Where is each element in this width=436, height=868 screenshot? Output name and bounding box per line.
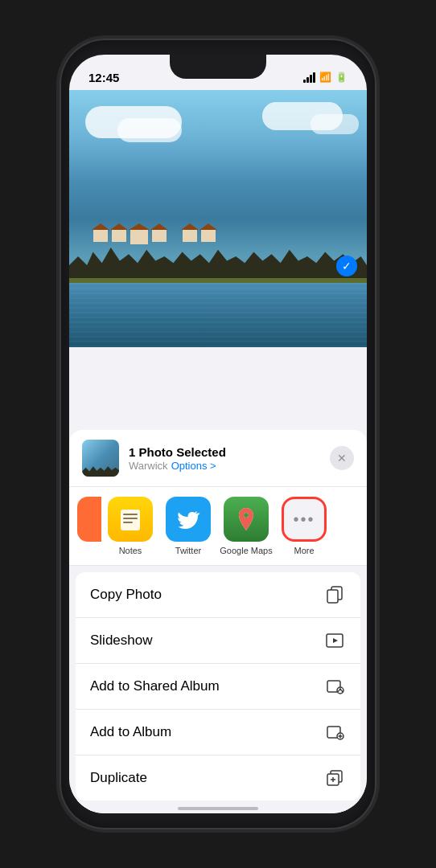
landscape-photo: ✓ bbox=[69, 90, 367, 347]
home-indicator bbox=[69, 800, 367, 813]
water-reflection bbox=[69, 283, 367, 347]
duplicate-label: Duplicate bbox=[90, 770, 147, 786]
twitter-bird-icon bbox=[175, 506, 201, 532]
phone-screen: 12:45 📶 🔋 bbox=[69, 55, 367, 813]
action-list: Copy Photo Slideshow bbox=[76, 572, 360, 800]
notes-app-label: Notes bbox=[119, 546, 142, 555]
copy-photo-action[interactable]: Copy Photo bbox=[76, 572, 360, 618]
share-options-link[interactable]: Options > bbox=[171, 460, 216, 472]
svg-rect-1 bbox=[123, 514, 138, 515]
status-icons: 📶 🔋 bbox=[303, 72, 348, 83]
cloud-2 bbox=[117, 118, 182, 142]
app-icon-item-more[interactable]: ••• More bbox=[275, 497, 333, 555]
shared-album-icon bbox=[323, 675, 346, 698]
cloud-4 bbox=[311, 114, 359, 134]
share-location: Warwick bbox=[129, 460, 168, 472]
signal-bar-2 bbox=[306, 77, 309, 83]
maps-app-icon bbox=[224, 497, 269, 542]
app-icon-item-maps[interactable]: Google Maps bbox=[217, 497, 275, 555]
app-icons-row: Notes Twitter bbox=[69, 487, 367, 566]
share-title: 1 Photo Selected bbox=[129, 445, 320, 459]
slideshow-icon bbox=[323, 629, 346, 652]
signal-bar-4 bbox=[313, 72, 315, 83]
trees-silhouette bbox=[69, 239, 367, 283]
battery-icon: 🔋 bbox=[335, 72, 348, 83]
photo-selected-check: ✓ bbox=[336, 256, 357, 276]
slideshow-label: Slideshow bbox=[90, 633, 153, 649]
home-indicator-bar bbox=[178, 807, 258, 810]
slideshow-action[interactable]: Slideshow bbox=[76, 618, 360, 664]
svg-rect-5 bbox=[327, 590, 338, 603]
house-2 bbox=[112, 230, 126, 242]
twitter-app-icon bbox=[166, 497, 211, 542]
add-to-album-label: Add to Album bbox=[90, 724, 171, 740]
more-app-icon: ••• bbox=[282, 497, 327, 542]
close-icon: ✕ bbox=[337, 452, 347, 465]
share-close-button[interactable]: ✕ bbox=[330, 446, 354, 470]
maps-app-label: Google Maps bbox=[220, 546, 272, 555]
add-to-shared-album-label: Add to Shared Album bbox=[90, 678, 220, 694]
more-dots-icon: ••• bbox=[293, 510, 315, 529]
share-panel: 1 Photo Selected Warwick Options > ✕ bbox=[69, 430, 367, 813]
status-time: 12:45 bbox=[88, 71, 119, 84]
signal-bars-icon bbox=[303, 72, 315, 83]
wifi-icon: 📶 bbox=[319, 72, 331, 83]
svg-marker-7 bbox=[333, 638, 338, 643]
house-4 bbox=[152, 230, 167, 242]
share-header: 1 Photo Selected Warwick Options > ✕ bbox=[69, 430, 367, 487]
phone-frame: 12:45 📶 🔋 bbox=[61, 40, 375, 828]
notes-app-icon bbox=[108, 497, 153, 542]
photo-area: ✓ bbox=[69, 90, 367, 347]
share-header-info: 1 Photo Selected Warwick Options > bbox=[129, 445, 320, 472]
house-5 bbox=[183, 230, 197, 242]
twitter-app-label: Twitter bbox=[175, 546, 201, 555]
add-to-shared-album-action[interactable]: Add to Shared Album bbox=[76, 664, 360, 710]
svg-rect-2 bbox=[123, 518, 138, 519]
add-album-icon bbox=[323, 721, 346, 743]
houses bbox=[93, 230, 216, 244]
share-subtitle: Warwick Options > bbox=[129, 460, 320, 472]
more-app-label: More bbox=[294, 546, 314, 555]
notes-lines-icon bbox=[117, 506, 143, 532]
status-bar: 12:45 📶 🔋 bbox=[69, 55, 367, 90]
signal-bar-1 bbox=[303, 80, 306, 83]
signal-bar-3 bbox=[310, 75, 312, 83]
house-3 bbox=[130, 230, 148, 244]
svg-rect-0 bbox=[121, 510, 140, 530]
house-1 bbox=[93, 230, 108, 242]
partial-app-icon bbox=[77, 497, 101, 542]
thumb-trees bbox=[82, 464, 119, 477]
share-thumbnail bbox=[82, 440, 119, 477]
duplicate-action[interactable]: Duplicate bbox=[76, 755, 360, 800]
copy-photo-icon bbox=[323, 583, 346, 606]
svg-rect-3 bbox=[123, 522, 133, 523]
app-icon-item-notes[interactable]: Notes bbox=[101, 497, 159, 555]
app-icon-item-twitter[interactable]: Twitter bbox=[159, 497, 217, 555]
maps-pin-icon bbox=[232, 505, 261, 534]
water-ripples bbox=[69, 283, 367, 347]
add-to-album-action[interactable]: Add to Album bbox=[76, 710, 360, 755]
copy-photo-label: Copy Photo bbox=[90, 587, 162, 603]
house-6 bbox=[201, 230, 216, 242]
app-icon-partial bbox=[77, 497, 101, 542]
duplicate-icon bbox=[323, 767, 346, 789]
